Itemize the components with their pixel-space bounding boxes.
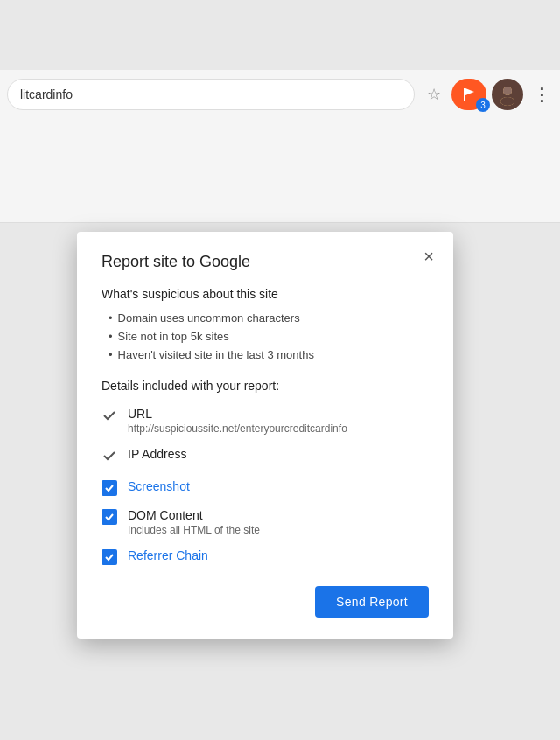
dom-detail-item: DOM Content Includes all HTML of the sit… <box>102 508 429 536</box>
list-item: Site not in top 5k sites <box>108 330 429 343</box>
check-icon <box>102 448 117 467</box>
dom-checkbox[interactable] <box>102 509 117 525</box>
bookmark-icon[interactable]: ☆ <box>422 82 446 107</box>
list-item: Haven't visited site in the last 3 month… <box>108 348 429 361</box>
dialog-overlay: × Report site to Google What's suspiciou… <box>0 223 560 740</box>
svg-point-5 <box>500 97 514 106</box>
address-bar-row: litcardinfo ☆ 3 <box>0 70 560 119</box>
referrer-checkbox[interactable] <box>102 549 117 565</box>
screenshot-checkbox[interactable] <box>102 480 117 496</box>
ip-label: IP Address <box>128 447 429 461</box>
send-report-button[interactable]: Send Report <box>315 586 429 618</box>
svg-marker-1 <box>466 88 474 95</box>
referrer-detail-item: Referrer Chain <box>102 548 429 565</box>
suspicious-heading: What's suspicious about this site <box>102 287 429 301</box>
flag-button[interactable]: 3 <box>452 79 486 110</box>
browser-chrome: litcardinfo ☆ 3 <box>0 70 560 223</box>
ip-content: IP Address <box>128 447 429 461</box>
dialog-footer: Send Report <box>102 586 429 618</box>
close-button[interactable]: × <box>416 244 441 269</box>
check-icon <box>102 408 117 427</box>
referrer-link[interactable]: Referrer Chain <box>128 548 208 562</box>
url-content: URL http://suspicioussite.net/enteryourc… <box>128 407 429 435</box>
screenshot-link[interactable]: Screenshot <box>128 479 190 493</box>
dialog-title: Report site to Google <box>102 253 429 271</box>
screenshot-content: Screenshot <box>128 479 429 493</box>
dom-content: DOM Content Includes all HTML of the sit… <box>128 508 429 536</box>
flag-icon <box>461 87 477 102</box>
url-label: URL <box>128 407 429 421</box>
address-text: litcardinfo <box>20 87 73 101</box>
url-detail-item: URL http://suspicioussite.net/enteryourc… <box>102 407 429 435</box>
flag-badge: 3 <box>476 98 490 112</box>
browser-icons: ☆ 3 <box>422 79 553 110</box>
screenshot-detail-item: Screenshot <box>102 479 429 496</box>
details-heading: Details included with your report: <box>102 379 429 393</box>
avatar-icon <box>495 82 520 107</box>
avatar[interactable] <box>492 79 523 110</box>
svg-point-4 <box>503 87 512 95</box>
more-options-button[interactable]: ⋮ <box>528 82 553 107</box>
dom-label: DOM Content <box>128 508 429 522</box>
ip-detail-item: IP Address <box>102 447 429 467</box>
referrer-content: Referrer Chain <box>128 548 429 562</box>
report-dialog: × Report site to Google What's suspiciou… <box>77 232 453 639</box>
address-bar[interactable]: litcardinfo <box>7 79 415 110</box>
main-content: × Report site to Google What's suspiciou… <box>0 223 560 740</box>
list-item: Domain uses uncommon characters <box>108 311 429 325</box>
dom-sublabel: Includes all HTML of the site <box>128 524 429 536</box>
url-value: http://suspicioussite.net/enteryourcredi… <box>128 422 429 435</box>
svg-rect-0 <box>464 88 466 101</box>
suspicious-list: Domain uses uncommon characters Site not… <box>108 311 429 361</box>
